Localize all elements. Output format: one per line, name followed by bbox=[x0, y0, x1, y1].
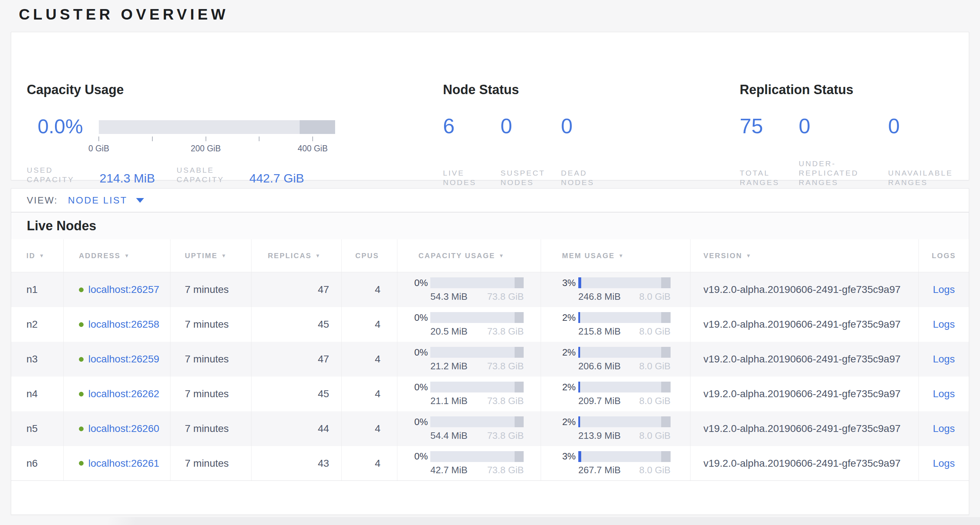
mem-total-value: 8.0 GiB bbox=[639, 396, 671, 407]
chevron-down-icon bbox=[136, 198, 144, 203]
used-capacity-value: 214.3 MiB bbox=[100, 171, 155, 185]
capacity-bar bbox=[430, 277, 523, 288]
mem-bar-reserved bbox=[661, 277, 671, 288]
node-capacity-usage-cell: 0% 54.3 MiB 73.8 GiB bbox=[397, 272, 541, 307]
dead-nodes-label: DEAD NODES bbox=[561, 157, 610, 187]
dead-nodes-count: 0 bbox=[561, 114, 573, 138]
capacity-used-value: 21.1 MiB bbox=[430, 396, 468, 407]
usable-capacity-stat: USABLE CAPACITY 442.7 GiB bbox=[177, 166, 304, 184]
live-nodes-heading: Live Nodes bbox=[27, 218, 96, 233]
node-address-link[interactable]: localhost:26261 bbox=[88, 458, 159, 469]
mem-percent: 2% bbox=[541, 347, 576, 358]
node-live-status-icon bbox=[79, 287, 84, 292]
node-cpus-cell: 4 bbox=[342, 377, 397, 411]
mem-bar bbox=[578, 416, 671, 427]
node-uptime-cell: 7 minutes bbox=[170, 307, 251, 342]
node-address-cell: localhost:26257 bbox=[64, 272, 170, 307]
column-header-version[interactable]: VERSION▼ bbox=[690, 239, 919, 272]
capacity-bar-reserved bbox=[515, 451, 524, 462]
column-header-replicas[interactable]: REPLICAS▼ bbox=[251, 239, 342, 272]
node-list-dropdown-value[interactable]: NODE LIST bbox=[68, 195, 127, 206]
mem-percent: 3% bbox=[541, 277, 576, 289]
node-id-cell: n4 bbox=[11, 377, 64, 411]
capacity-bar-reserved bbox=[515, 312, 524, 323]
capacity-bar-reserved bbox=[515, 277, 524, 288]
capacity-used-value: 54.3 MiB bbox=[430, 291, 468, 302]
capacity-percent: 0% bbox=[397, 312, 428, 323]
mem-used-value: 267.7 MiB bbox=[578, 464, 620, 476]
node-cpus-cell: 4 bbox=[342, 342, 397, 377]
node-address-cell: localhost:26258 bbox=[64, 307, 170, 342]
column-header-address[interactable]: ADDRESS▼ bbox=[64, 239, 170, 272]
logs-link[interactable]: Logs bbox=[933, 284, 955, 295]
node-mem-usage-cell: 2% 206.6 MiB 8.0 GiB bbox=[541, 342, 690, 377]
capacity-bar bbox=[430, 347, 523, 358]
node-version-cell: v19.2.0-alpha.20190606-2491-gfe735c9a97 bbox=[690, 411, 919, 446]
node-id-cell: n3 bbox=[11, 342, 64, 377]
node-version: v19.2.0-alpha.20190606-2491-gfe735c9a97 bbox=[703, 284, 901, 295]
node-address-link[interactable]: localhost:26262 bbox=[88, 388, 159, 400]
column-header-mem-usage[interactable]: MEM USAGE▼ bbox=[541, 239, 690, 272]
node-capacity-usage-cell: 0% 54.4 MiB 73.8 GiB bbox=[397, 411, 541, 446]
node-live-status-icon bbox=[79, 392, 84, 396]
column-header-mem-usage-label: MEM USAGE bbox=[562, 252, 615, 260]
node-uptime-cell: 7 minutes bbox=[170, 411, 251, 446]
node-uptime: 7 minutes bbox=[185, 353, 229, 365]
node-version-cell: v19.2.0-alpha.20190606-2491-gfe735c9a97 bbox=[690, 446, 919, 480]
node-version: v19.2.0-alpha.20190606-2491-gfe735c9a97 bbox=[703, 423, 901, 434]
node-live-status-icon bbox=[79, 322, 84, 327]
node-replicas-cell: 47 bbox=[251, 272, 342, 307]
capacity-bar bbox=[430, 312, 523, 323]
unavailable-ranges-label: UNAVAILABLE RANGES bbox=[888, 157, 973, 187]
logs-link[interactable]: Logs bbox=[933, 388, 955, 400]
node-logs-cell: Logs bbox=[919, 342, 969, 377]
logs-link[interactable]: Logs bbox=[933, 423, 955, 434]
mem-bar-fill bbox=[578, 312, 580, 323]
column-header-id[interactable]: ID▼ bbox=[11, 239, 64, 272]
capacity-percent-value: 0.0% bbox=[38, 115, 83, 138]
node-replicas: 45 bbox=[318, 319, 329, 330]
live-nodes-header-band: Live Nodes bbox=[11, 212, 969, 239]
logs-link[interactable]: Logs bbox=[933, 319, 955, 330]
node-uptime-cell: 7 minutes bbox=[170, 272, 251, 307]
node-address-cell: localhost:26261 bbox=[64, 446, 170, 480]
node-id: n6 bbox=[26, 458, 38, 469]
column-header-cpus: CPUS bbox=[342, 239, 397, 272]
node-capacity-usage-cell: 0% 42.7 MiB 73.8 GiB bbox=[397, 446, 541, 480]
mem-bar bbox=[578, 277, 671, 288]
node-cpus: 4 bbox=[375, 284, 381, 295]
usable-capacity-label: USABLE CAPACITY bbox=[177, 166, 240, 184]
node-address-link[interactable]: localhost:26258 bbox=[88, 319, 159, 330]
node-list-dropdown[interactable]: NODE LIST bbox=[68, 195, 144, 206]
mem-bar-reserved bbox=[661, 451, 671, 462]
mem-used-value: 215.8 MiB bbox=[578, 326, 620, 337]
node-address-cell: localhost:26262 bbox=[64, 377, 170, 411]
node-version: v19.2.0-alpha.20190606-2491-gfe735c9a97 bbox=[703, 388, 901, 400]
column-header-logs: LOGS bbox=[919, 239, 969, 272]
mem-bar-fill bbox=[578, 277, 581, 288]
node-address-cell: localhost:26259 bbox=[64, 342, 170, 377]
mem-bar-fill bbox=[578, 347, 580, 358]
node-cpus: 4 bbox=[375, 458, 381, 469]
mem-used-value: 246.8 MiB bbox=[578, 291, 620, 302]
column-header-capacity-usage[interactable]: CAPACITY USAGE▼ bbox=[397, 239, 541, 272]
axis-tick: 0 GiB bbox=[99, 137, 120, 153]
node-address-link[interactable]: localhost:26257 bbox=[88, 284, 159, 295]
logs-link[interactable]: Logs bbox=[933, 458, 955, 469]
mem-total-value: 8.0 GiB bbox=[639, 326, 671, 337]
logs-link[interactable]: Logs bbox=[933, 353, 955, 365]
node-cpus: 4 bbox=[375, 423, 381, 434]
column-header-version-label: VERSION bbox=[703, 252, 743, 260]
column-header-uptime[interactable]: UPTIME▼ bbox=[170, 239, 251, 272]
cluster-summary-panel: Capacity Usage 0.0% 0 GiB200 GiB400 GiB … bbox=[11, 32, 969, 180]
suspect-nodes-count: 0 bbox=[501, 114, 512, 138]
mem-bar bbox=[578, 347, 671, 358]
node-status-heading: Node Status bbox=[443, 82, 519, 97]
node-address-link[interactable]: localhost:26260 bbox=[88, 423, 159, 434]
node-cpus-cell: 4 bbox=[342, 272, 397, 307]
node-uptime-cell: 7 minutes bbox=[170, 377, 251, 411]
node-address-link[interactable]: localhost:26259 bbox=[88, 353, 159, 365]
table-row: n3 localhost:26259 7 minutes 47 4 0% 21.… bbox=[11, 342, 969, 377]
mem-bar bbox=[578, 451, 671, 462]
mem-used-value: 209.7 MiB bbox=[578, 396, 620, 407]
